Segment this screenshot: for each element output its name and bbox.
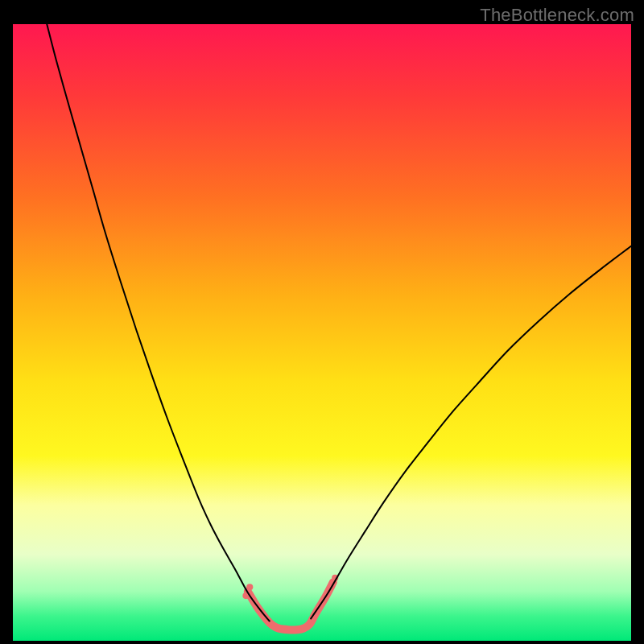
page-root: TheBottleneck.com <box>0 0 644 644</box>
watermark-text: TheBottleneck.com <box>480 5 634 26</box>
series-curve-right <box>311 246 631 619</box>
series-curve-left <box>47 24 269 621</box>
chart-plot <box>13 24 631 641</box>
chart-curves <box>13 24 631 641</box>
